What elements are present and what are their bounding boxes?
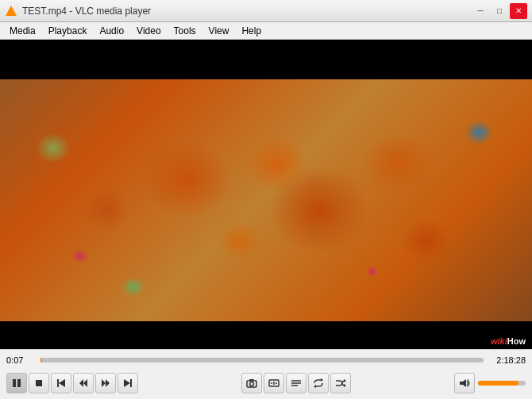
svg-marker-12 (124, 379, 130, 387)
stop-button[interactable] (29, 373, 49, 393)
svg-marker-11 (106, 379, 110, 387)
next-frame-button[interactable] (95, 373, 116, 393)
vlc-icon (5, 5, 17, 17)
svg-rect-2 (8, 14, 14, 16)
next-button[interactable] (118, 373, 138, 393)
menu-help[interactable]: Help (235, 24, 268, 38)
svg-marker-25 (314, 385, 316, 388)
volume-fill (478, 381, 519, 386)
svg-rect-5 (36, 380, 42, 386)
total-time: 2:18:28 (490, 355, 526, 365)
playback-controls (6, 373, 138, 393)
menu-view[interactable]: View (202, 24, 236, 38)
current-time: 0:07 (6, 355, 34, 365)
letterbox-bottom (0, 321, 532, 349)
minimize-button[interactable]: ─ (472, 3, 489, 19)
extra-controls (241, 373, 351, 393)
volume-bar[interactable] (478, 381, 526, 386)
maximize-button[interactable]: □ (491, 3, 508, 19)
svg-marker-30 (460, 379, 466, 387)
title-left: TEST.mp4 - VLC media player (5, 5, 151, 17)
svg-marker-7 (59, 379, 65, 387)
watermark: wikiHow (491, 336, 526, 346)
playlist-button[interactable] (286, 373, 306, 393)
volume-button[interactable] (454, 373, 475, 393)
svg-rect-6 (57, 379, 59, 387)
seek-bar[interactable] (40, 358, 484, 363)
title-controls: ─ □ ✕ (472, 3, 527, 19)
loop-button[interactable] (308, 373, 329, 393)
random-button[interactable] (330, 373, 351, 393)
svg-rect-13 (130, 379, 132, 387)
menu-playback[interactable]: Playback (42, 24, 94, 38)
extended-settings-button[interactable] (264, 373, 284, 393)
svg-marker-8 (79, 379, 83, 387)
title-text: TEST.mp4 - VLC media player (22, 6, 151, 17)
svg-marker-10 (102, 379, 106, 387)
seek-fill (40, 358, 42, 363)
video-content (0, 40, 532, 349)
buttons-row (6, 370, 526, 396)
menu-bar: Media Playback Audio Video Tools View He… (0, 22, 532, 40)
menu-video[interactable]: Video (130, 24, 167, 38)
title-bar: TEST.mp4 - VLC media player ─ □ ✕ (0, 0, 532, 22)
close-button[interactable]: ✕ (510, 3, 527, 19)
svg-marker-27 (344, 384, 346, 387)
menu-tools[interactable]: Tools (168, 24, 202, 38)
snapshot-button[interactable] (241, 373, 262, 393)
svg-marker-29 (344, 379, 346, 382)
seek-row: 0:07 2:18:28 (6, 353, 526, 367)
svg-marker-24 (321, 378, 323, 382)
menu-audio[interactable]: Audio (93, 24, 130, 38)
controls-bar: 0:07 2:18:28 (0, 349, 532, 398)
prev-button[interactable] (51, 373, 71, 393)
svg-rect-16 (249, 379, 254, 381)
svg-rect-4 (17, 379, 21, 387)
svg-marker-9 (83, 379, 87, 387)
letterbox-top (0, 40, 532, 79)
svg-rect-3 (13, 379, 16, 387)
volume-area (454, 373, 526, 393)
video-area: wikiHow (0, 40, 532, 349)
pause-button[interactable] (6, 373, 27, 393)
prev-frame-button[interactable] (73, 373, 94, 393)
svg-point-15 (250, 382, 254, 386)
menu-media[interactable]: Media (3, 24, 42, 38)
